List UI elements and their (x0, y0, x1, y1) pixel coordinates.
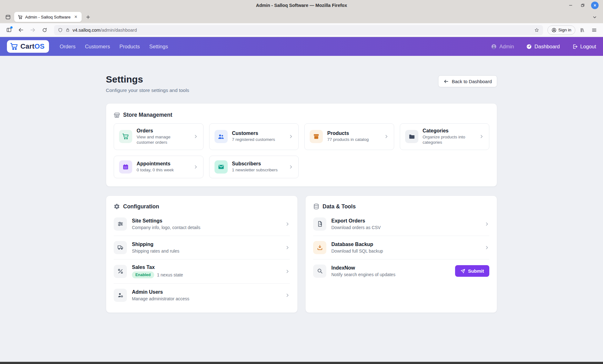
card-desc: 0 today, 0 this week (137, 168, 189, 173)
page-subtitle: Configure your store settings and tools (106, 88, 189, 93)
card-products[interactable]: Products 77 products in catalog (304, 123, 394, 150)
nav-links: Orders Customers Products Settings (60, 44, 168, 50)
nav-link-products[interactable]: Products (119, 44, 140, 50)
sign-in-button[interactable]: Sign in (547, 25, 575, 35)
brand-name: CartOS (20, 42, 45, 51)
new-tab-icon[interactable] (85, 14, 91, 20)
envelope-icon (215, 160, 228, 174)
tab-overview-icon[interactable] (5, 14, 11, 20)
library-icon[interactable] (577, 25, 587, 35)
download-icon (313, 241, 326, 254)
store-management-panel: Store Management Orders View and manage … (106, 103, 497, 187)
nav-logout-link[interactable]: Logout (572, 44, 596, 50)
people-icon (215, 130, 228, 143)
sidebar-toggle-icon[interactable] (4, 25, 14, 35)
store-management-heading: Store Management (123, 112, 172, 118)
row-export-orders[interactable]: Export Orders Download orders as CSV (313, 212, 489, 236)
nav-logout-label: Logout (580, 44, 596, 50)
search-icon (313, 265, 326, 278)
status-badge: Enabled (132, 271, 154, 278)
row-desc: 1 nexus state (157, 272, 183, 277)
menu-icon[interactable] (589, 25, 599, 35)
brand-logo[interactable]: CartOS (7, 40, 49, 53)
bookmark-star-icon[interactable] (534, 28, 539, 33)
tab-close-icon[interactable]: × (73, 14, 79, 20)
calendar-icon (119, 160, 132, 174)
row-shipping[interactable]: Shipping Shipping rates and rules (114, 236, 290, 259)
row-title: Export Orders (331, 218, 479, 224)
row-site-settings[interactable]: Site Settings Company info, logo, contac… (114, 212, 290, 236)
card-title: Products (327, 131, 349, 136)
forward-icon[interactable] (28, 25, 38, 35)
nav-user: Admin (491, 44, 514, 50)
card-customers[interactable]: Customers 7 registered customers (209, 123, 299, 150)
nav-link-orders[interactable]: Orders (60, 44, 75, 50)
card-appointments[interactable]: Appointments 0 today, 0 this week (114, 156, 204, 178)
chevron-right-icon (484, 222, 489, 227)
user-circle-icon (491, 44, 497, 50)
row-sales-tax[interactable]: Sales Tax Enabled 1 nexus state (114, 259, 290, 283)
card-desc: 1 newsletter subscribers (232, 168, 284, 173)
row-title: Shipping (132, 242, 280, 247)
row-desc: Company info, logo, contact details (132, 225, 200, 230)
dashboard-gauge-icon (526, 44, 532, 50)
nav-user-label: Admin (499, 44, 514, 50)
row-database-backup[interactable]: Database Backup Download full SQL backup (313, 236, 489, 259)
window-title: Admin - Salloq Software — Mozilla Firefo… (256, 3, 347, 8)
row-admin-users[interactable]: Admin Users Manage administrator access (114, 283, 290, 307)
nav-link-customers[interactable]: Customers (85, 44, 110, 50)
chevron-right-icon (384, 134, 389, 139)
back-icon[interactable] (16, 25, 26, 35)
minimize-icon[interactable] (567, 2, 574, 9)
row-desc: Download orders as CSV (331, 225, 381, 230)
close-icon[interactable]: × (591, 2, 599, 9)
reload-icon[interactable] (40, 25, 50, 35)
card-orders[interactable]: Orders View and manage customer orders (114, 123, 204, 150)
card-title: Subscribers (232, 161, 261, 166)
taskbar-edge (0, 362, 603, 364)
chevron-right-icon (193, 134, 198, 139)
data-tools-panel: Data & Tools Export Orders Download orde… (305, 195, 497, 313)
row-title: Site Settings (132, 218, 280, 224)
row-title: Admin Users (132, 289, 280, 295)
browser-tabbar: Admin - Salloq Software × (0, 11, 603, 23)
row-title: Sales Tax (132, 265, 280, 270)
percent-icon (114, 265, 127, 278)
database-icon (313, 203, 319, 210)
shield-icon[interactable] (58, 28, 63, 33)
row-desc: Shipping rates and rules (132, 249, 179, 254)
back-to-dashboard-button[interactable]: Back to Dashboard (438, 75, 497, 87)
account-icon (551, 28, 557, 33)
browser-toolbar: v4.salloq.com/admin/dashboard Sign in (0, 23, 603, 37)
admin-user-icon (114, 289, 127, 302)
url-text[interactable]: v4.salloq.com/admin/dashboard (73, 28, 532, 33)
list-all-tabs-icon[interactable] (592, 14, 597, 20)
row-title: IndexNow (331, 265, 450, 271)
storefront-icon (114, 112, 120, 118)
url-bar[interactable]: v4.salloq.com/admin/dashboard (54, 25, 543, 35)
row-indexnow[interactable]: IndexNow Notify search engines of update… (313, 259, 489, 283)
browser-tab[interactable]: Admin - Salloq Software × (14, 12, 82, 22)
gear-icon (114, 203, 120, 210)
card-desc: Organize products into categories (423, 135, 475, 145)
lock-icon[interactable] (65, 28, 70, 32)
restore-icon[interactable] (579, 2, 586, 9)
paper-plane-icon (460, 269, 465, 274)
chevron-right-icon (285, 222, 290, 227)
card-subscribers[interactable]: Subscribers 1 newsletter subscribers (209, 156, 299, 178)
chevron-right-icon (484, 245, 489, 250)
card-categories[interactable]: Categories Organize products into catego… (400, 123, 490, 150)
nav-link-settings[interactable]: Settings (149, 44, 168, 50)
tab-favicon-cart-icon (18, 15, 23, 19)
data-tools-heading: Data & Tools (323, 203, 356, 210)
submit-button[interactable]: Submit (455, 265, 489, 277)
file-export-icon (313, 217, 326, 231)
arrow-left-icon (443, 79, 449, 84)
window-titlebar: Admin - Salloq Software — Mozilla Firefo… (0, 0, 603, 11)
url-host: v4.salloq.com (73, 28, 100, 33)
chevron-right-icon (288, 164, 293, 169)
card-desc: 7 registered customers (232, 137, 284, 142)
truck-icon (114, 241, 127, 254)
app-navbar: CartOS Orders Customers Products Setting… (0, 37, 603, 56)
nav-dashboard-link[interactable]: Dashboard (526, 44, 560, 50)
